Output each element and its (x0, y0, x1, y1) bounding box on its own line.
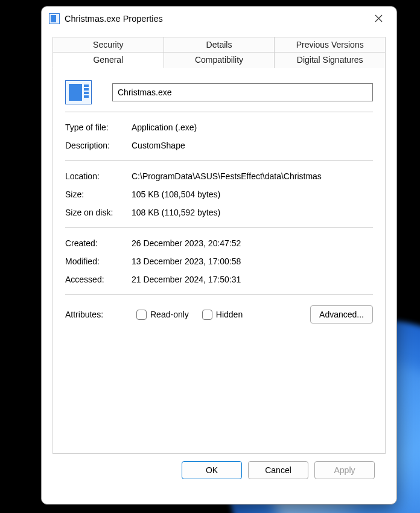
dialog-body: Security Details Previous Versions Gener… (42, 31, 396, 504)
filename-input[interactable] (112, 83, 373, 101)
close-icon (375, 14, 383, 22)
advanced-button[interactable]: Advanced... (310, 305, 373, 323)
readonly-label: Read-only (150, 310, 189, 319)
tab-digital-signatures[interactable]: Digital Signatures (275, 52, 386, 68)
tab-content-general: Type of file: Application (.exe) Descrip… (52, 68, 386, 454)
checkbox-box-icon (136, 310, 147, 320)
accessed-label: Accessed: (65, 275, 132, 284)
separator (65, 228, 373, 228)
ok-button[interactable]: OK (182, 461, 242, 479)
location-label: Location: (65, 171, 132, 181)
size-on-disk-label: Size on disk: (65, 208, 132, 217)
size-on-disk-value: 108 KB (110,592 bytes) (132, 208, 373, 217)
app-icon (49, 13, 60, 24)
separator (65, 161, 373, 161)
description-value: CustomShape (132, 141, 373, 150)
created-value: 26 December 2023, 20:47:52 (132, 238, 373, 248)
modified-value: 13 December 2023, 17:00:58 (132, 256, 373, 266)
tab-details[interactable]: Details (164, 37, 275, 53)
file-type-icon (65, 80, 92, 104)
type-of-file-label: Type of file: (65, 123, 132, 132)
attributes-label: Attributes: (65, 310, 132, 319)
close-button[interactable] (369, 9, 388, 28)
dialog-footer: OK Cancel Apply (52, 454, 386, 489)
tab-strip: Security Details Previous Versions Gener… (52, 37, 386, 68)
hidden-checkbox[interactable]: Hidden (202, 310, 243, 320)
tab-compatibility[interactable]: Compatibility (164, 52, 275, 68)
properties-dialog: Christmas.exe Properties Security Detail… (41, 6, 397, 505)
apply-button[interactable]: Apply (314, 461, 375, 479)
titlebar: Christmas.exe Properties (42, 7, 396, 31)
cancel-button[interactable]: Cancel (248, 461, 308, 479)
separator (65, 295, 373, 295)
checkbox-box-icon (202, 310, 212, 320)
readonly-checkbox[interactable]: Read-only (136, 310, 189, 320)
created-label: Created: (65, 238, 132, 248)
size-label: Size: (65, 190, 132, 199)
window-title: Christmas.exe Properties (65, 14, 369, 24)
hidden-label: Hidden (216, 310, 243, 319)
size-value: 105 KB (108,504 bytes) (132, 190, 373, 199)
separator (65, 112, 373, 112)
description-label: Description: (65, 141, 132, 150)
modified-label: Modified: (65, 256, 132, 266)
tab-general[interactable]: General (52, 52, 164, 68)
accessed-value: 21 December 2024, 17:50:31 (132, 275, 373, 284)
location-value: C:\ProgramData\ASUS\FestsEffect\data\Chr… (132, 171, 373, 181)
type-of-file-value: Application (.exe) (132, 123, 373, 132)
tab-previous-versions[interactable]: Previous Versions (275, 37, 386, 53)
tab-security[interactable]: Security (52, 37, 164, 53)
